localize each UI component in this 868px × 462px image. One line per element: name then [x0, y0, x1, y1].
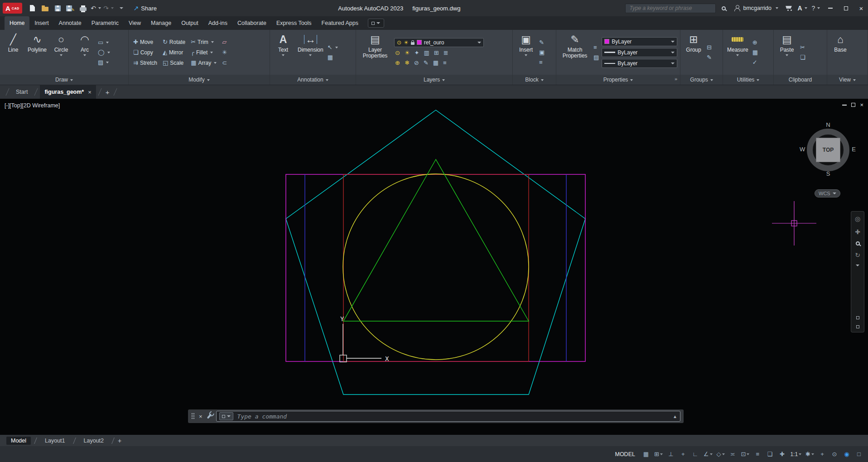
polyline-button[interactable]: ∿Polyline	[26, 31, 48, 73]
golden-rectangle-shape[interactable]	[286, 174, 585, 361]
dynamic-input-button[interactable]: +	[678, 449, 689, 460]
array-button[interactable]: ▦Array	[191, 59, 217, 67]
customize-icon[interactable]	[207, 414, 212, 419]
stretch-button[interactable]: ⇉Stretch	[133, 59, 157, 67]
create-block-button[interactable]: ▣	[539, 48, 545, 57]
panel-layers-label[interactable]: Layers	[356, 75, 512, 85]
layer-tool-button[interactable]: ⊙	[395, 49, 400, 57]
close-tab-icon[interactable]: ×	[88, 89, 92, 96]
tab-output[interactable]: Output	[176, 16, 203, 30]
layer-tool-button[interactable]: ⊞	[434, 49, 439, 57]
annotation-scale-button[interactable]: 1:1	[789, 449, 803, 460]
infer-constraints-button[interactable]: ⊥	[665, 449, 676, 460]
drawing-area[interactable]: Y X [-][Top][2D Wireframe] × N S W E TOP…	[0, 99, 868, 435]
measure-button[interactable]: Measure	[726, 31, 750, 73]
graphics-performance-button[interactable]: ◉	[841, 449, 852, 460]
dimension-button[interactable]: ↔Dimension	[296, 31, 325, 73]
wcs-selector[interactable]: WCS	[815, 189, 840, 197]
panel-clipboard-label[interactable]: Clipboard	[774, 75, 827, 85]
file-tab-start[interactable]: Start	[11, 85, 32, 99]
paste-button[interactable]: ▤Paste	[776, 31, 797, 73]
layout1-tab[interactable]: Layout1	[40, 437, 69, 445]
object-snap-button[interactable]: ⊡	[740, 449, 751, 460]
circle-shape[interactable]	[343, 174, 529, 360]
command-history-icon[interactable]: ▲	[673, 414, 677, 419]
rotate-button[interactable]: ↻Rotate	[163, 38, 185, 46]
leader-button[interactable]: ↖	[328, 43, 338, 52]
nav-extra-tool-icon[interactable]	[856, 316, 859, 319]
fillet-button[interactable]: ╭Fillet	[191, 48, 217, 57]
define-attributes-button[interactable]: ≡	[539, 58, 545, 67]
zoom-icon[interactable]	[856, 241, 860, 245]
grid-button[interactable]: ▦	[641, 449, 651, 460]
file-tab-active[interactable]: figuras_geom* ×	[40, 85, 96, 99]
scale-button[interactable]: ◱Scale	[163, 59, 185, 67]
group-button[interactable]: ⊞Group	[683, 31, 704, 73]
recent-commands-button[interactable]	[219, 412, 233, 420]
command-line[interactable]: × Type a command ▲	[188, 409, 684, 423]
circle-button[interactable]: ○Circle	[51, 31, 72, 73]
panel-utilities-label[interactable]: Utilities	[723, 75, 773, 85]
layer-dropdown[interactable]: ⊙ ☀ ret_ouro	[394, 38, 484, 47]
app-menu-button[interactable]: A CAD	[3, 3, 22, 14]
layer-tool-button[interactable]: ✦	[415, 49, 420, 57]
triangle-shape[interactable]	[343, 159, 529, 321]
line-button[interactable]: ╱Line	[3, 31, 24, 73]
table-button[interactable]: ▦	[328, 53, 338, 62]
panel-groups-label[interactable]: Groups	[680, 75, 723, 85]
layer-tool-button[interactable]: ▦	[433, 59, 439, 67]
lineweight-display-button[interactable]: ≡	[752, 449, 763, 460]
match-properties-button[interactable]: ✎Match Properties	[559, 31, 591, 73]
isometric-drafting-button[interactable]: ◇	[715, 449, 726, 460]
pan-icon[interactable]: ✚	[855, 228, 860, 236]
layer-tool-button[interactable]: ☀	[405, 49, 410, 57]
hatch-button[interactable]: ▨	[98, 58, 110, 67]
navigation-wheel-icon[interactable]: ◎	[855, 215, 860, 222]
text-button[interactable]: AText	[273, 31, 294, 73]
new-drawing-tab-button[interactable]: +	[104, 88, 111, 96]
clean-screen-button[interactable]: □	[854, 449, 864, 460]
nav-extra-tool-icon[interactable]	[856, 325, 859, 328]
object-snap-tracking-button[interactable]: ≍	[728, 449, 738, 460]
copy-clip-button[interactable]: ❏	[800, 53, 805, 62]
layer-tool-button[interactable]: ✎	[424, 59, 429, 67]
view-cube[interactable]: N S W E TOP	[803, 122, 854, 178]
panel-block-label[interactable]: Block	[513, 75, 556, 85]
viewcube-west[interactable]: W	[800, 146, 805, 153]
offset-button[interactable]: ⊂	[222, 59, 227, 67]
undo-button[interactable]: ↶	[90, 3, 102, 14]
tab-insert[interactable]: Insert	[29, 16, 53, 30]
model-tab[interactable]: Model	[6, 437, 31, 445]
redo-button[interactable]: ↷	[103, 3, 115, 14]
tab-view[interactable]: View	[124, 16, 146, 30]
base-button[interactable]: ⌂Base	[830, 31, 851, 73]
command-input[interactable]: Type a command ▲	[216, 411, 680, 422]
layer-tool-button[interactable]: ⊕	[395, 59, 400, 67]
tab-parametric[interactable]: Parametric	[87, 16, 124, 30]
panel-draw-label[interactable]: Draw	[0, 75, 128, 85]
panel-properties-label[interactable]: Properties»	[556, 75, 680, 85]
edit-attributes-button[interactable]: ✎	[539, 38, 545, 47]
search-input[interactable]	[625, 4, 716, 13]
group-edit-button[interactable]: ✎	[707, 53, 712, 62]
viewcube-north[interactable]: N	[803, 121, 854, 128]
ribbon-display-toggle[interactable]	[368, 19, 384, 28]
layer-tool-button[interactable]: ≡	[443, 59, 447, 67]
insert-button[interactable]: ▣Insert	[516, 31, 536, 73]
properties-list-button[interactable]: ≡	[593, 43, 599, 52]
layer-tool-button[interactable]: ≣	[444, 49, 448, 57]
annotation-monitor-button[interactable]: +	[817, 449, 828, 460]
layer-tool-button[interactable]: ⊘	[414, 59, 419, 67]
quick-select-button[interactable]: ✓	[752, 58, 758, 67]
viewport-label[interactable]: [-][Top][2D Wireframe]	[5, 102, 60, 109]
id-point-button[interactable]: ⊕	[752, 38, 758, 47]
panel-annotation-label[interactable]: Annotation	[270, 75, 356, 85]
viewcube-east[interactable]: E	[852, 146, 856, 153]
new-layout-button[interactable]: +	[118, 437, 121, 444]
viewcube-south[interactable]: S	[803, 170, 854, 177]
plot-button[interactable]	[77, 3, 89, 14]
tab-home[interactable]: Home	[5, 16, 29, 30]
linetype-dropdown[interactable]: ByLayer	[602, 59, 677, 68]
layer-tool-button[interactable]: ▥	[424, 49, 429, 57]
orbit-icon[interactable]: ↻	[855, 251, 860, 259]
